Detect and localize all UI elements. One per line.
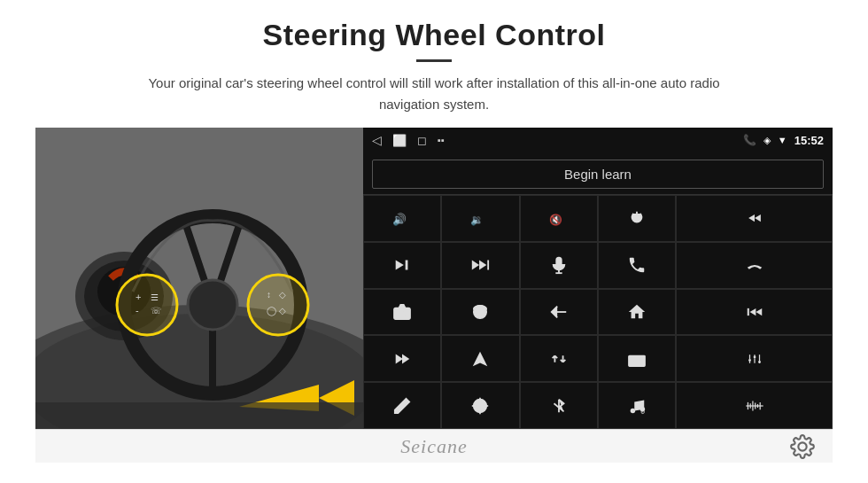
svg-marker-44: [473, 352, 488, 367]
radio-button[interactable]: [598, 335, 676, 382]
svg-rect-48: [630, 360, 634, 362]
svg-text:⚙: ⚙: [640, 409, 645, 415]
waveform-button[interactable]: [676, 382, 833, 429]
swap-button[interactable]: [520, 335, 598, 382]
next-single-button[interactable]: [363, 242, 441, 289]
phone-status-icon: 📞: [743, 134, 756, 146]
svg-point-57: [758, 361, 761, 363]
svg-text:-: -: [136, 305, 139, 316]
svg-point-51: [748, 359, 751, 362]
camera-360-button[interactable]: 360°: [441, 289, 519, 336]
vol-up-button[interactable]: 🔊: [363, 195, 441, 242]
svg-text:☰: ☰: [151, 292, 159, 302]
svg-text:◯: ◯: [267, 306, 276, 316]
svg-marker-29: [472, 261, 479, 270]
svg-point-16: [248, 275, 308, 335]
svg-text:◇: ◇: [279, 290, 286, 300]
mute-button[interactable]: 🔇: [520, 195, 598, 242]
gear-icon-wrap: [468, 434, 815, 459]
svg-rect-22: [35, 402, 363, 429]
svg-marker-27: [396, 261, 404, 270]
target-button[interactable]: [441, 382, 519, 429]
skip-back-button[interactable]: [676, 289, 833, 336]
svg-point-46: [638, 358, 643, 363]
back-button[interactable]: [520, 289, 598, 336]
eq-button[interactable]: [676, 335, 833, 382]
wifi-status-icon: ▼: [778, 135, 787, 145]
skip-forward-button[interactable]: [441, 242, 519, 289]
power-button[interactable]: [598, 195, 676, 242]
content-row: + - ☰ ☏ ↕ ◇ ◯ ◇: [35, 128, 833, 429]
page-title: Steering Wheel Control: [35, 18, 833, 52]
hang-up-button[interactable]: [676, 242, 833, 289]
status-left: ◁ ⬜ ◻ ▪▪: [372, 133, 445, 147]
svg-marker-43: [402, 354, 409, 363]
svg-point-59: [477, 402, 484, 409]
begin-learn-row: Begin learn: [363, 152, 833, 194]
camera-button[interactable]: [363, 289, 441, 336]
svg-text:360°: 360°: [477, 313, 486, 317]
prev-track-button[interactable]: [676, 195, 833, 242]
svg-rect-41: [747, 308, 748, 316]
car-illustration: + - ☰ ☏ ↕ ◇ ◯ ◇: [35, 128, 363, 429]
controls-grid: 🔊 🔉 🔇: [363, 194, 833, 429]
bluetooth-button[interactable]: [520, 382, 598, 429]
home-nav-icon[interactable]: ⬜: [392, 134, 407, 147]
svg-rect-28: [406, 261, 408, 270]
page-subtitle: Your original car's steering wheel contr…: [124, 73, 744, 115]
svg-marker-40: [749, 308, 756, 316]
fast-forward-button[interactable]: [363, 335, 441, 382]
status-time: 15:52: [794, 134, 824, 147]
phone-button[interactable]: [598, 242, 676, 289]
title-divider: [416, 59, 452, 62]
svg-text:🔊: 🔊: [392, 213, 407, 227]
navigation-button[interactable]: [441, 335, 519, 382]
signal-bars-icon: ▪▪: [438, 135, 445, 145]
location-status-icon: ◈: [763, 135, 771, 146]
svg-point-10: [188, 280, 237, 330]
svg-marker-26: [748, 214, 761, 222]
svg-point-11: [117, 275, 177, 335]
page-wrapper: Steering Wheel Control Your original car…: [0, 0, 868, 471]
seicane-logo: Seicane: [400, 435, 467, 458]
svg-text:+: +: [136, 292, 141, 302]
svg-marker-39: [756, 308, 762, 316]
bottom-bar: Seicane: [35, 429, 833, 463]
home-button[interactable]: [598, 289, 676, 336]
settings-gear-icon[interactable]: [790, 434, 815, 459]
pen-button[interactable]: [363, 382, 441, 429]
title-section: Steering Wheel Control Your original car…: [35, 18, 833, 115]
svg-point-36: [399, 310, 405, 316]
begin-learn-button[interactable]: Begin learn: [372, 160, 824, 189]
svg-text:↕: ↕: [267, 290, 271, 300]
svg-text:◇: ◇: [279, 306, 286, 316]
status-bar: ◁ ⬜ ◻ ▪▪ 📞 ◈ ▼ 15:52: [363, 128, 833, 152]
recents-nav-icon[interactable]: ◻: [417, 134, 427, 147]
mic-button[interactable]: [520, 242, 598, 289]
svg-point-54: [753, 355, 756, 358]
svg-text:🔉: 🔉: [470, 213, 484, 226]
svg-point-80: [798, 442, 806, 450]
vol-down-button[interactable]: 🔉: [441, 195, 519, 242]
svg-marker-30: [480, 261, 487, 270]
android-screen: ◁ ⬜ ◻ ▪▪ 📞 ◈ ▼ 15:52 Begin learn: [363, 128, 833, 429]
back-nav-icon[interactable]: ◁: [372, 133, 382, 147]
svg-marker-42: [396, 354, 403, 363]
svg-text:☏: ☏: [151, 306, 162, 316]
car-image: + - ☰ ☏ ↕ ◇ ◯ ◇: [35, 128, 363, 429]
svg-point-64: [631, 408, 636, 413]
status-right: 📞 ◈ ▼ 15:52: [743, 134, 824, 147]
svg-text:🔇: 🔇: [549, 213, 562, 226]
music-settings-button[interactable]: ⚙: [598, 382, 676, 429]
